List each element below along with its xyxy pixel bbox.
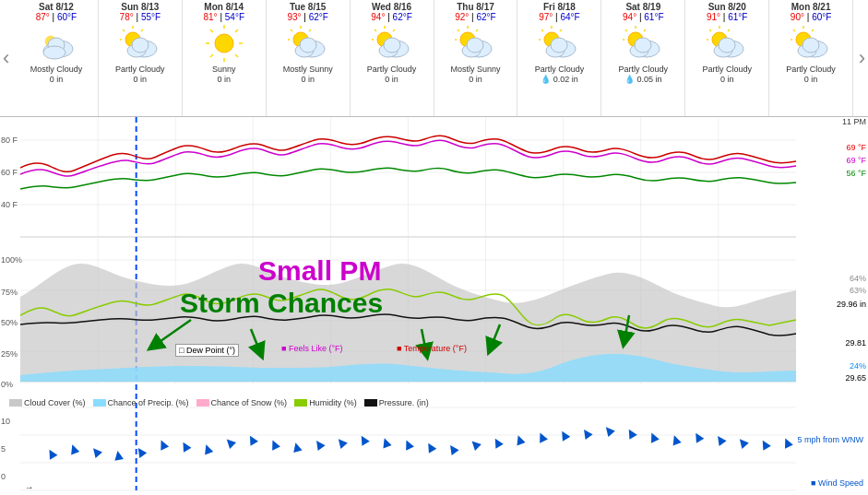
svg-marker-151 xyxy=(781,436,793,448)
weather-icon-4 xyxy=(372,23,412,64)
weather-icon-1 xyxy=(120,23,161,64)
day-desc-0: Mostly Cloudy xyxy=(16,65,97,75)
svg-marker-128 xyxy=(268,438,280,450)
y-axis-75pct: 75% xyxy=(1,288,18,297)
weather-icon-7 xyxy=(623,23,663,64)
y-axis-100pct: 100% xyxy=(1,255,22,265)
svg-marker-131 xyxy=(335,436,348,449)
y-axis-50pct: 50% xyxy=(1,318,18,327)
day-header-4: Wed 8/16 xyxy=(351,2,433,12)
right-pct-64: 64% xyxy=(850,274,866,283)
svg-marker-119 xyxy=(68,443,79,455)
svg-marker-136 xyxy=(446,442,458,455)
svg-line-20 xyxy=(210,29,213,32)
y-axis-0wind: 0 xyxy=(1,472,6,481)
day-desc-1: Partly Cloudy xyxy=(100,65,181,75)
wind-speed-legend: ■ Wind Speed xyxy=(811,478,863,488)
weather-icon-0 xyxy=(36,23,77,64)
day-precip-8: 0 in xyxy=(686,75,767,84)
right-pct-63: 63% xyxy=(850,286,866,295)
weather-icon-5 xyxy=(455,23,495,64)
svg-marker-133 xyxy=(380,437,391,449)
day-precip-3: 0 in xyxy=(268,75,349,84)
day-precip-9: 0 in xyxy=(770,75,851,84)
nav-left-arrow[interactable]: ‹ xyxy=(0,46,12,70)
weather-day-4: Wed 8/1694° | 62°F Partly Cloudy0 in xyxy=(351,0,434,116)
svg-line-22 xyxy=(210,54,213,57)
feels-like-legend: ■ Feels Like (°F) xyxy=(281,344,343,353)
svg-line-40 xyxy=(393,29,395,31)
svg-point-33 xyxy=(300,38,316,53)
day-header-5: Thu 8/17 xyxy=(435,2,517,12)
wind-value-label: 5 mph from WNW xyxy=(797,435,863,444)
weather-day-3: Tue 8/1593° | 62°F Mostly Sunny0 in xyxy=(267,0,351,116)
svg-marker-126 xyxy=(223,436,236,449)
day-temps-6: 97° | 64°F xyxy=(518,12,600,22)
chart-area: 11 PM 80 F 60 F 40 F 100% 75% 50% 25% 0%… xyxy=(0,117,868,495)
right-pressure-2965: 29.65 xyxy=(845,373,866,383)
svg-point-53 xyxy=(467,38,483,53)
svg-line-29 xyxy=(291,29,292,31)
svg-point-4 xyxy=(43,46,65,59)
day-header-7: Sat 8/19 xyxy=(602,2,684,12)
svg-line-90 xyxy=(812,29,814,31)
day-header-8: Sun 8/20 xyxy=(686,2,767,12)
day-header-2: Mon 8/14 xyxy=(184,2,265,12)
right-pressure-2996: 29.96 in xyxy=(837,300,866,309)
day-precip-6: 💧 0.02 in xyxy=(518,75,600,84)
svg-line-59 xyxy=(541,29,543,31)
right-temp-69-2: 69 °F xyxy=(846,156,866,165)
svg-line-23 xyxy=(235,54,238,57)
day-temps-8: 91° | 61°F xyxy=(686,12,767,22)
svg-point-63 xyxy=(551,38,567,53)
weather-day-9: Mon 8/2190° | 60°F Partly Cloudy0 in xyxy=(769,0,853,116)
day-desc-6: Partly Cloudy xyxy=(518,65,600,75)
svg-marker-123 xyxy=(157,438,169,450)
day-header-9: Mon 8/21 xyxy=(770,2,851,12)
svg-marker-137 xyxy=(469,438,482,451)
day-desc-7: Partly Cloudy xyxy=(602,65,684,75)
svg-marker-121 xyxy=(113,450,124,461)
day-temps-7: 94° | 61°F xyxy=(602,12,684,22)
dew-point-box: □ Dew Point (°) xyxy=(175,344,239,357)
svg-marker-138 xyxy=(492,436,504,449)
y-axis-0pct: 0% xyxy=(1,380,13,389)
weather-day-0: Sat 8/1287° | 60°F Mostly Cloudy0 in xyxy=(15,0,99,116)
svg-marker-142 xyxy=(580,427,592,440)
weather-icon-9 xyxy=(791,23,831,64)
svg-line-70 xyxy=(644,29,646,31)
y-axis-40f: 40 F xyxy=(1,200,18,209)
day-precip-2: 0 in xyxy=(184,75,265,84)
day-header-1: Sun 8/13 xyxy=(100,2,181,12)
weather-day-2: Mon 8/1481° | 54°F Sunny0 in xyxy=(183,0,267,116)
svg-line-21 xyxy=(235,29,238,32)
svg-marker-125 xyxy=(202,443,213,455)
weather-icon-3 xyxy=(288,23,328,64)
y-axis-25pct: 25% xyxy=(1,349,18,359)
svg-marker-120 xyxy=(89,445,102,458)
svg-line-39 xyxy=(375,29,376,31)
svg-line-49 xyxy=(458,29,459,31)
weather-day-1: Sun 8/1378° | 55°F Partly Cloudy0 in xyxy=(99,0,183,116)
right-temp-69-1: 69 °F xyxy=(846,143,866,152)
svg-marker-147 xyxy=(692,430,704,443)
svg-point-83 xyxy=(719,38,735,53)
day-desc-5: Mostly Sunny xyxy=(435,65,517,75)
svg-marker-140 xyxy=(536,430,548,442)
temperature-legend: ■ Temperature (°F) xyxy=(397,344,467,353)
nav-right-arrow[interactable]: › xyxy=(856,46,868,70)
weather-day-8: Sun 8/2091° | 61°F Partly Cloudy0 in xyxy=(685,0,769,116)
day-precip-4: 0 in xyxy=(351,75,433,84)
svg-marker-145 xyxy=(648,430,660,442)
day-temps-0: 87° | 60°F xyxy=(16,12,97,22)
right-pressure-2981: 29.81 xyxy=(845,338,866,348)
right-temp-56: 56 °F xyxy=(846,169,866,178)
day-temps-9: 90° | 60°F xyxy=(770,12,851,22)
y-axis-10wind: 10 xyxy=(1,417,10,426)
chart-legend: Cloud Cover (%) Chance of Precip. (%) Ch… xyxy=(9,398,429,407)
svg-marker-134 xyxy=(402,438,414,450)
y-axis-80f: 80 F xyxy=(1,136,18,145)
svg-text:→: → xyxy=(25,482,34,492)
weather-day-7: Sat 8/1994° | 61°F Partly Cloudy💧 0.05 i… xyxy=(601,0,685,116)
right-pct-24: 24% xyxy=(850,361,866,371)
